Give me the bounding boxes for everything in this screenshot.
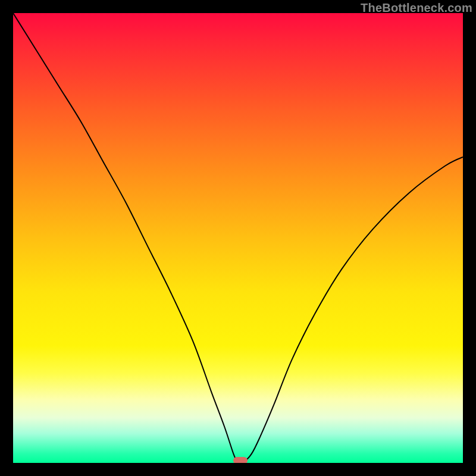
bottleneck-curve	[13, 13, 463, 463]
curve-path	[13, 13, 463, 463]
chart-frame: TheBottleneck.com	[0, 0, 476, 476]
plot-area	[13, 13, 463, 463]
optimal-point-marker	[233, 457, 248, 463]
